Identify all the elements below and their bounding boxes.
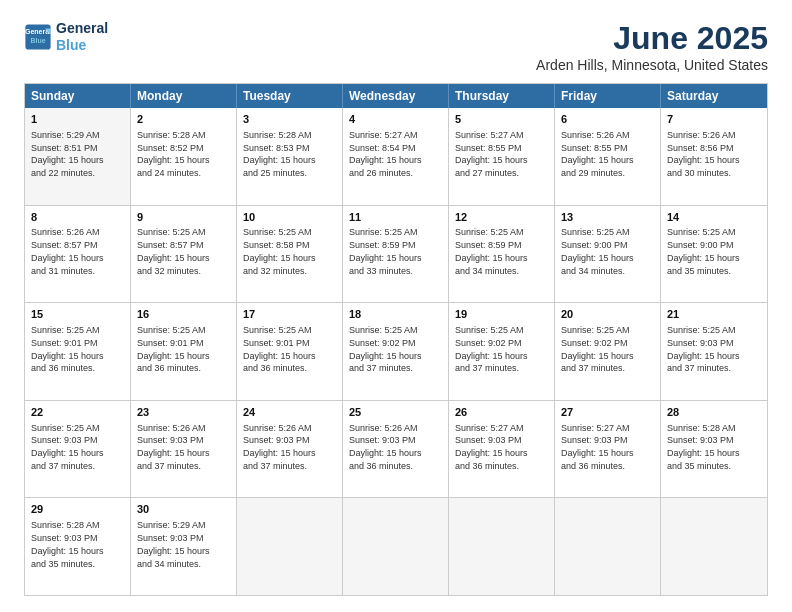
day-number: 16 — [137, 307, 230, 322]
day-header-friday: Friday — [555, 84, 661, 108]
day-number: 9 — [137, 210, 230, 225]
day-number: 17 — [243, 307, 336, 322]
day-header-monday: Monday — [131, 84, 237, 108]
calendar-cell: 26Sunrise: 5:27 AM Sunset: 9:03 PM Dayli… — [449, 401, 555, 498]
calendar-cell: 17Sunrise: 5:25 AM Sunset: 9:01 PM Dayli… — [237, 303, 343, 400]
calendar-cell: 25Sunrise: 5:26 AM Sunset: 9:03 PM Dayli… — [343, 401, 449, 498]
day-info: Sunrise: 5:26 AM Sunset: 9:03 PM Dayligh… — [137, 423, 210, 471]
day-number: 1 — [31, 112, 124, 127]
title-block: June 2025 Arden Hills, Minnesota, United… — [536, 20, 768, 73]
calendar-cell: 5Sunrise: 5:27 AM Sunset: 8:55 PM Daylig… — [449, 108, 555, 205]
day-number: 26 — [455, 405, 548, 420]
day-info: Sunrise: 5:26 AM Sunset: 8:55 PM Dayligh… — [561, 130, 634, 178]
day-info: Sunrise: 5:25 AM Sunset: 9:00 PM Dayligh… — [667, 227, 740, 275]
day-info: Sunrise: 5:28 AM Sunset: 8:52 PM Dayligh… — [137, 130, 210, 178]
day-number: 2 — [137, 112, 230, 127]
calendar-cell: 13Sunrise: 5:25 AM Sunset: 9:00 PM Dayli… — [555, 206, 661, 303]
day-info: Sunrise: 5:27 AM Sunset: 9:03 PM Dayligh… — [455, 423, 528, 471]
calendar-cell: 29Sunrise: 5:28 AM Sunset: 9:03 PM Dayli… — [25, 498, 131, 595]
calendar-cell — [343, 498, 449, 595]
day-number: 19 — [455, 307, 548, 322]
day-number: 7 — [667, 112, 761, 127]
logo-text: General Blue — [56, 20, 108, 54]
calendar-cell — [555, 498, 661, 595]
calendar-cell: 7Sunrise: 5:26 AM Sunset: 8:56 PM Daylig… — [661, 108, 767, 205]
day-number: 3 — [243, 112, 336, 127]
day-info: Sunrise: 5:25 AM Sunset: 9:02 PM Dayligh… — [561, 325, 634, 373]
logo-blue: Blue — [56, 37, 108, 54]
calendar-row-2: 8Sunrise: 5:26 AM Sunset: 8:57 PM Daylig… — [25, 205, 767, 303]
day-number: 12 — [455, 210, 548, 225]
calendar-cell — [237, 498, 343, 595]
calendar-cell: 10Sunrise: 5:25 AM Sunset: 8:58 PM Dayli… — [237, 206, 343, 303]
day-number: 29 — [31, 502, 124, 517]
day-number: 4 — [349, 112, 442, 127]
calendar-cell: 21Sunrise: 5:25 AM Sunset: 9:03 PM Dayli… — [661, 303, 767, 400]
calendar-cell: 23Sunrise: 5:26 AM Sunset: 9:03 PM Dayli… — [131, 401, 237, 498]
day-number: 15 — [31, 307, 124, 322]
calendar-cell: 15Sunrise: 5:25 AM Sunset: 9:01 PM Dayli… — [25, 303, 131, 400]
calendar-row-4: 22Sunrise: 5:25 AM Sunset: 9:03 PM Dayli… — [25, 400, 767, 498]
day-info: Sunrise: 5:27 AM Sunset: 8:54 PM Dayligh… — [349, 130, 422, 178]
logo: General Blue General Blue — [24, 20, 108, 54]
day-number: 28 — [667, 405, 761, 420]
day-info: Sunrise: 5:25 AM Sunset: 8:58 PM Dayligh… — [243, 227, 316, 275]
calendar-cell — [449, 498, 555, 595]
day-info: Sunrise: 5:27 AM Sunset: 9:03 PM Dayligh… — [561, 423, 634, 471]
calendar-cell — [661, 498, 767, 595]
calendar-cell: 4Sunrise: 5:27 AM Sunset: 8:54 PM Daylig… — [343, 108, 449, 205]
day-number: 20 — [561, 307, 654, 322]
day-info: Sunrise: 5:27 AM Sunset: 8:55 PM Dayligh… — [455, 130, 528, 178]
calendar-cell: 27Sunrise: 5:27 AM Sunset: 9:03 PM Dayli… — [555, 401, 661, 498]
calendar-cell: 11Sunrise: 5:25 AM Sunset: 8:59 PM Dayli… — [343, 206, 449, 303]
day-number: 23 — [137, 405, 230, 420]
day-header-wednesday: Wednesday — [343, 84, 449, 108]
day-info: Sunrise: 5:25 AM Sunset: 8:59 PM Dayligh… — [349, 227, 422, 275]
svg-text:Blue: Blue — [30, 36, 45, 43]
calendar-header: SundayMondayTuesdayWednesdayThursdayFrid… — [25, 84, 767, 108]
day-header-sunday: Sunday — [25, 84, 131, 108]
day-number: 8 — [31, 210, 124, 225]
calendar-cell: 12Sunrise: 5:25 AM Sunset: 8:59 PM Dayli… — [449, 206, 555, 303]
day-number: 18 — [349, 307, 442, 322]
day-info: Sunrise: 5:25 AM Sunset: 9:02 PM Dayligh… — [349, 325, 422, 373]
calendar-cell: 6Sunrise: 5:26 AM Sunset: 8:55 PM Daylig… — [555, 108, 661, 205]
calendar-cell: 9Sunrise: 5:25 AM Sunset: 8:57 PM Daylig… — [131, 206, 237, 303]
calendar-cell: 28Sunrise: 5:28 AM Sunset: 9:03 PM Dayli… — [661, 401, 767, 498]
day-info: Sunrise: 5:25 AM Sunset: 8:57 PM Dayligh… — [137, 227, 210, 275]
calendar-cell: 24Sunrise: 5:26 AM Sunset: 9:03 PM Dayli… — [237, 401, 343, 498]
day-info: Sunrise: 5:25 AM Sunset: 9:01 PM Dayligh… — [31, 325, 104, 373]
day-info: Sunrise: 5:25 AM Sunset: 9:03 PM Dayligh… — [667, 325, 740, 373]
day-info: Sunrise: 5:26 AM Sunset: 8:57 PM Dayligh… — [31, 227, 104, 275]
page: General Blue General Blue June 2025 Arde… — [0, 0, 792, 612]
location: Arden Hills, Minnesota, United States — [536, 57, 768, 73]
calendar-row-1: 1Sunrise: 5:29 AM Sunset: 8:51 PM Daylig… — [25, 108, 767, 205]
day-number: 5 — [455, 112, 548, 127]
calendar-row-5: 29Sunrise: 5:28 AM Sunset: 9:03 PM Dayli… — [25, 497, 767, 595]
day-number: 27 — [561, 405, 654, 420]
day-header-thursday: Thursday — [449, 84, 555, 108]
month-title: June 2025 — [536, 20, 768, 57]
logo-general: General — [56, 20, 108, 37]
day-number: 21 — [667, 307, 761, 322]
day-number: 22 — [31, 405, 124, 420]
day-number: 24 — [243, 405, 336, 420]
day-number: 30 — [137, 502, 230, 517]
calendar-cell: 16Sunrise: 5:25 AM Sunset: 9:01 PM Dayli… — [131, 303, 237, 400]
day-info: Sunrise: 5:28 AM Sunset: 9:03 PM Dayligh… — [667, 423, 740, 471]
day-info: Sunrise: 5:25 AM Sunset: 9:01 PM Dayligh… — [137, 325, 210, 373]
day-info: Sunrise: 5:26 AM Sunset: 9:03 PM Dayligh… — [243, 423, 316, 471]
header: General Blue General Blue June 2025 Arde… — [24, 20, 768, 73]
day-header-saturday: Saturday — [661, 84, 767, 108]
calendar: SundayMondayTuesdayWednesdayThursdayFrid… — [24, 83, 768, 596]
day-number: 13 — [561, 210, 654, 225]
day-number: 10 — [243, 210, 336, 225]
calendar-cell: 3Sunrise: 5:28 AM Sunset: 8:53 PM Daylig… — [237, 108, 343, 205]
day-info: Sunrise: 5:28 AM Sunset: 8:53 PM Dayligh… — [243, 130, 316, 178]
calendar-cell: 2Sunrise: 5:28 AM Sunset: 8:52 PM Daylig… — [131, 108, 237, 205]
calendar-cell: 20Sunrise: 5:25 AM Sunset: 9:02 PM Dayli… — [555, 303, 661, 400]
calendar-cell: 8Sunrise: 5:26 AM Sunset: 8:57 PM Daylig… — [25, 206, 131, 303]
day-info: Sunrise: 5:28 AM Sunset: 9:03 PM Dayligh… — [31, 520, 104, 568]
calendar-cell: 18Sunrise: 5:25 AM Sunset: 9:02 PM Dayli… — [343, 303, 449, 400]
day-info: Sunrise: 5:26 AM Sunset: 9:03 PM Dayligh… — [349, 423, 422, 471]
